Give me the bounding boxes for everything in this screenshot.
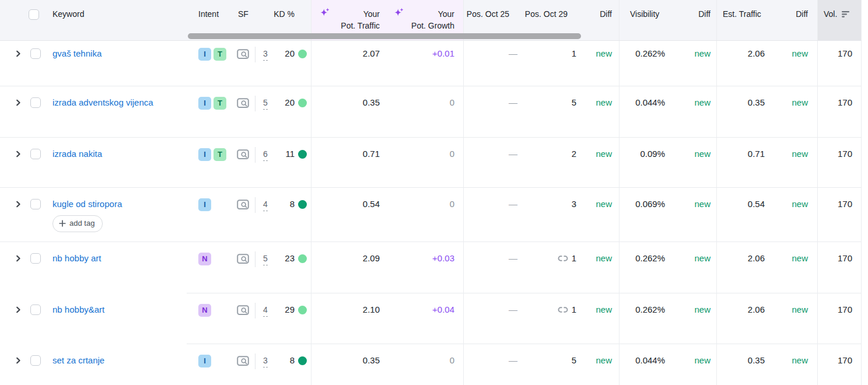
est-traffic-diff-value: new bbox=[770, 293, 817, 344]
visibility-diff-value: new bbox=[668, 41, 716, 86]
volume-value: 170 bbox=[817, 188, 862, 242]
serp-features-icon[interactable] bbox=[237, 305, 249, 316]
est-traffic-diff-value: new bbox=[770, 242, 817, 293]
link-icon[interactable] bbox=[558, 304, 568, 315]
kd-difficulty-dot bbox=[298, 99, 307, 107]
divider bbox=[255, 303, 256, 318]
intent-badge-navigational[interactable]: N bbox=[198, 304, 211, 317]
intent-badge-informational[interactable]: I bbox=[198, 48, 211, 61]
row-checkbox[interactable] bbox=[30, 253, 41, 264]
pos-oct25-value: — bbox=[463, 293, 524, 344]
sf-count[interactable]: 3 bbox=[263, 355, 268, 368]
pot-traffic-value: 0.35 bbox=[311, 86, 387, 138]
serp-features-icon[interactable] bbox=[237, 254, 249, 265]
expand-chevron-icon[interactable] bbox=[14, 306, 22, 314]
est-traffic-diff-value: new bbox=[770, 138, 817, 188]
header-keyword-label: Keyword bbox=[52, 9, 84, 19]
position-tracking-table: Keyword Intent SF KD % Your Pot. Traffic… bbox=[0, 0, 868, 385]
sf-cell: 3 bbox=[230, 344, 272, 385]
horizontal-scrollbar-thumb[interactable] bbox=[188, 33, 581, 39]
table-row: kugle od stiropora add tag I 4 8 0.54 0 … bbox=[0, 188, 862, 242]
sf-count[interactable]: 4 bbox=[263, 198, 268, 211]
serp-features-icon[interactable] bbox=[237, 356, 249, 367]
volume-value: 170 bbox=[817, 293, 862, 344]
pot-growth-value: 0 bbox=[387, 344, 463, 385]
keyword-cell: izrada nakita bbox=[0, 138, 187, 188]
kd-cell: 8 bbox=[272, 188, 311, 242]
serp-features-icon[interactable] bbox=[237, 98, 249, 109]
add-tag-button[interactable]: add tag bbox=[52, 215, 103, 232]
intent-badge-informational[interactable]: I bbox=[198, 198, 211, 211]
sf-count[interactable]: 6 bbox=[263, 148, 268, 161]
pos-oct25-value: — bbox=[463, 242, 524, 293]
sf-count[interactable]: 4 bbox=[263, 304, 268, 317]
kd-cell: 8 bbox=[272, 344, 311, 385]
intent-badge-transactional[interactable]: T bbox=[214, 148, 226, 161]
serp-features-icon[interactable] bbox=[237, 49, 249, 60]
keyword-link[interactable]: izrada adventskog vijenca bbox=[52, 97, 153, 107]
kd-difficulty-dot bbox=[298, 356, 307, 365]
intent-cell: I T bbox=[187, 86, 230, 138]
keyword-link[interactable]: gvaš tehnika bbox=[52, 48, 102, 58]
pos-oct29-value: 1 bbox=[572, 304, 576, 316]
row-checkbox[interactable] bbox=[30, 149, 41, 159]
link-icon[interactable] bbox=[558, 253, 568, 264]
table-header-row: Keyword Intent SF KD % Your Pot. Traffic… bbox=[0, 0, 862, 41]
header-visibility[interactable]: Visibility bbox=[619, 0, 668, 40]
keyword-cell: nb hobby&art bbox=[0, 293, 187, 344]
intent-badge-informational[interactable]: I bbox=[198, 97, 211, 110]
pos-oct29-value: 5 bbox=[524, 86, 583, 138]
pos-oct29-value: 2 bbox=[524, 138, 583, 188]
header-vis-diff[interactable]: Diff bbox=[668, 0, 716, 40]
est-traffic-diff-value: new bbox=[770, 344, 817, 385]
expand-chevron-icon[interactable] bbox=[14, 99, 22, 107]
kd-value: 20 bbox=[285, 97, 295, 108]
intent-badge-informational[interactable]: I bbox=[198, 355, 211, 368]
pot-growth-value: 0 bbox=[387, 86, 463, 138]
sf-count[interactable]: 5 bbox=[263, 97, 268, 110]
keyword-link[interactable]: nb hobby art bbox=[52, 253, 101, 263]
intent-badge-navigational[interactable]: N bbox=[198, 253, 211, 265]
intent-badge-transactional[interactable]: T bbox=[214, 48, 226, 61]
pot-traffic-value: 0.35 bbox=[311, 344, 387, 385]
intent-badge-transactional[interactable]: T bbox=[214, 97, 226, 110]
keyword-link[interactable]: nb hobby&art bbox=[52, 304, 104, 314]
expand-chevron-icon[interactable] bbox=[14, 356, 22, 365]
row-checkbox[interactable] bbox=[30, 355, 41, 366]
visibility-value: 0.262% bbox=[619, 242, 668, 293]
keyword-link[interactable]: izrada nakita bbox=[52, 149, 102, 159]
divider bbox=[255, 96, 256, 111]
volume-value: 170 bbox=[817, 41, 862, 86]
sf-count[interactable]: 3 bbox=[263, 48, 268, 61]
row-checkbox[interactable] bbox=[30, 48, 41, 59]
plus-icon bbox=[59, 220, 66, 227]
header-est-traffic[interactable]: Est. Traffic bbox=[716, 0, 770, 40]
intent-badge-informational[interactable]: I bbox=[198, 148, 211, 161]
kd-cell: 20 bbox=[272, 86, 311, 138]
select-all-checkbox[interactable] bbox=[29, 9, 39, 20]
sf-count[interactable]: 5 bbox=[263, 253, 268, 265]
header-vol[interactable]: Vol. bbox=[817, 0, 862, 40]
serp-features-icon[interactable] bbox=[237, 200, 249, 211]
kd-difficulty-dot bbox=[298, 254, 307, 263]
expand-chevron-icon[interactable] bbox=[14, 50, 22, 58]
row-checkbox[interactable] bbox=[30, 304, 41, 315]
row-checkbox[interactable] bbox=[30, 199, 41, 209]
expand-chevron-icon[interactable] bbox=[14, 150, 22, 158]
keyword-link[interactable]: set za crtanje bbox=[52, 355, 104, 365]
header-est-diff[interactable]: Diff bbox=[770, 0, 817, 40]
visibility-value: 0.262% bbox=[619, 41, 668, 86]
expand-chevron-icon[interactable] bbox=[14, 200, 22, 208]
keyword-cell: kugle od stiropora add tag bbox=[0, 188, 187, 242]
expand-chevron-icon[interactable] bbox=[14, 254, 22, 262]
pos-oct29-cell: 1 bbox=[524, 293, 583, 344]
kd-value: 11 bbox=[285, 148, 295, 160]
keyword-link[interactable]: kugle od stiropora bbox=[52, 199, 122, 209]
header-diff[interactable]: Diff bbox=[583, 0, 619, 40]
header-keyword: Keyword bbox=[0, 0, 187, 40]
pot-traffic-value: 2.07 bbox=[311, 41, 387, 86]
row-checkbox[interactable] bbox=[30, 97, 41, 108]
kd-difficulty-dot bbox=[298, 50, 307, 58]
serp-features-icon[interactable] bbox=[237, 149, 249, 160]
visibility-diff-value: new bbox=[668, 188, 716, 242]
